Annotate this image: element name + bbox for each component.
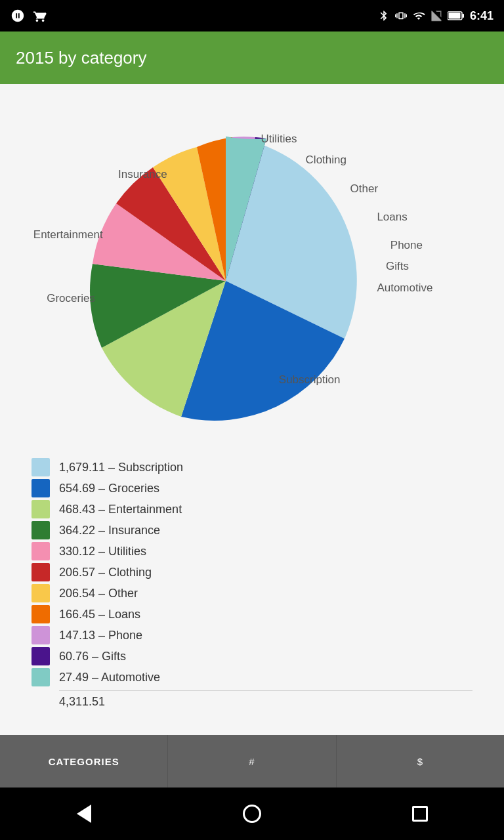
legend-item-subscription: 1,679.11 – Subscription — [32, 458, 472, 476]
bottom-nav-hash-label: # — [249, 756, 255, 767]
legend-label-subscription: 1,679.11 – Subscription — [59, 461, 183, 474]
legend-label-phone: 147.13 – Phone — [59, 629, 142, 642]
pie-chart-container: Utilities Insurance Clothing Other Loans… — [29, 97, 475, 452]
recents-square-icon — [412, 806, 428, 822]
bluetooth-icon — [378, 10, 390, 22]
recents-button[interactable] — [400, 794, 440, 833]
svg-rect-2 — [448, 13, 460, 19]
pie-chart — [29, 97, 475, 438]
legend-total-value: 4,311.51 — [59, 695, 105, 708]
legend-item-loans: 166.45 – Loans — [32, 605, 472, 623]
wifi-icon — [412, 10, 425, 22]
legend-item-groceries: 654.69 – Groceries — [32, 479, 472, 497]
legend-color-utilities — [32, 542, 50, 560]
legend-color-entertainment — [32, 500, 50, 518]
legend-item-automotive: 27.49 – Automotive — [32, 668, 472, 686]
status-bar-right: 6:41 — [378, 9, 494, 23]
legend-color-clothing — [32, 563, 50, 581]
back-button[interactable] — [64, 794, 104, 833]
system-nav-bar — [0, 788, 504, 840]
bottom-nav-dollar[interactable]: $ — [337, 735, 504, 788]
legend: 1,679.11 – Subscription 654.69 – Groceri… — [16, 452, 488, 728]
bottom-nav-categories-label: CATEGORIES — [49, 756, 119, 767]
legend-color-subscription — [32, 458, 50, 476]
status-time: 6:41 — [470, 9, 494, 23]
legend-color-automotive — [32, 668, 50, 686]
legend-color-insurance — [32, 521, 50, 539]
legend-color-gifts — [32, 647, 50, 665]
legend-label-groceries: 654.69 – Groceries — [59, 482, 159, 495]
main-content: Utilities Insurance Clothing Other Loans… — [0, 84, 504, 735]
bottom-nav: CATEGORIES # $ — [0, 735, 504, 788]
signal-icon — [430, 10, 442, 22]
shop-icon — [33, 9, 47, 23]
legend-total: 4,311.51 — [59, 690, 472, 709]
vibrate-icon — [395, 10, 407, 22]
status-bar: 6:41 — [0, 0, 504, 32]
svg-rect-1 — [462, 14, 464, 18]
bottom-nav-dollar-label: $ — [417, 756, 423, 767]
legend-item-clothing: 206.57 – Clothing — [32, 563, 472, 581]
app-bar-title: 2015 by category — [16, 48, 146, 68]
legend-label-loans: 166.45 – Loans — [59, 608, 140, 621]
legend-label-other: 206.54 – Other — [59, 587, 138, 600]
home-circle-icon — [243, 805, 261, 823]
legend-label-utilities: 330.12 – Utilities — [59, 545, 146, 558]
battery-icon — [448, 11, 465, 20]
legend-item-phone: 147.13 – Phone — [32, 626, 472, 644]
back-triangle-icon — [77, 805, 91, 823]
legend-color-loans — [32, 605, 50, 623]
legend-item-gifts: 60.76 – Gifts — [32, 647, 472, 665]
legend-label-automotive: 27.49 – Automotive — [59, 671, 160, 684]
legend-label-gifts: 60.76 – Gifts — [59, 650, 126, 663]
legend-label-insurance: 364.22 – Insurance — [59, 524, 160, 537]
legend-color-other — [32, 584, 50, 602]
app-icon — [10, 9, 25, 23]
legend-item-entertainment: 468.43 – Entertainment — [32, 500, 472, 518]
status-bar-left — [10, 9, 47, 23]
home-button[interactable] — [232, 794, 272, 833]
legend-label-clothing: 206.57 – Clothing — [59, 566, 152, 579]
bottom-nav-categories[interactable]: CATEGORIES — [0, 735, 168, 788]
legend-color-groceries — [32, 479, 50, 497]
bottom-nav-hash[interactable]: # — [168, 735, 336, 788]
legend-item-utilities: 330.12 – Utilities — [32, 542, 472, 560]
legend-label-entertainment: 468.43 – Entertainment — [59, 503, 182, 516]
app-bar: 2015 by category — [0, 32, 504, 84]
legend-item-insurance: 364.22 – Insurance — [32, 521, 472, 539]
legend-color-phone — [32, 626, 50, 644]
legend-item-other: 206.54 – Other — [32, 584, 472, 602]
